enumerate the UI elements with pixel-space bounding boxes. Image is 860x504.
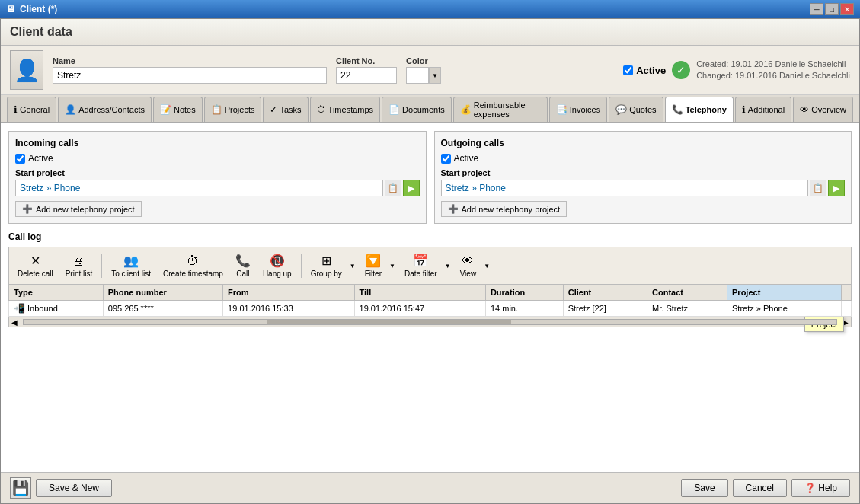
timestamp-icon: ⏱ <box>187 254 199 268</box>
tab-timestamps[interactable]: ⏱ Timestamps <box>310 97 381 122</box>
outgoing-project-go-btn[interactable]: ▶ <box>828 180 845 196</box>
create-timestamp-button[interactable]: ⏱ Create timestamp <box>158 251 229 281</box>
tab-reimbursable[interactable]: 💰 Reimbursable expenses <box>453 97 548 122</box>
col-header-phone: Phone number <box>103 285 222 301</box>
incoming-add-project-button[interactable]: ➕ Add new telephony project <box>15 201 142 217</box>
client-info-bar: 👤 Name Client No. Color ▼ Active ✓ Creat <box>1 46 859 95</box>
tab-documents[interactable]: 📄 Documents <box>382 97 452 122</box>
save-button[interactable]: Save <box>681 479 727 497</box>
clientno-label: Client No. <box>336 56 397 65</box>
group-by-button[interactable]: ⊞ Group by <box>305 250 347 281</box>
window-controls: ─ □ ✕ <box>810 3 854 15</box>
additional-tab-icon: ℹ <box>742 104 746 115</box>
color-box[interactable] <box>406 67 429 84</box>
hang-up-button[interactable]: 📵 Hang up <box>257 250 297 281</box>
documents-tab-icon: 📄 <box>388 104 400 115</box>
view-control: 👁 View ▼ <box>455 251 492 281</box>
general-tab-icon: ℹ <box>14 104 18 115</box>
help-icon: ❓ <box>804 483 816 493</box>
incoming-active-checkbox[interactable] <box>15 154 25 164</box>
outgoing-active-checkbox[interactable] <box>441 154 451 164</box>
incoming-project-go-btn[interactable]: ▶ <box>403 180 420 196</box>
cell-contact: Mr. Stretz <box>647 301 727 317</box>
incoming-project-input[interactable] <box>15 180 383 196</box>
tab-invoices[interactable]: 📑 Invoices <box>549 97 607 122</box>
color-dropdown[interactable]: ▼ <box>429 67 441 84</box>
cell-type: 📲 Inbound <box>9 301 104 317</box>
tab-additional[interactable]: ℹ Additional <box>735 97 791 122</box>
col-header-client: Client <box>563 285 647 301</box>
print-list-button[interactable]: 🖨 Print list <box>60 251 98 281</box>
client-list-icon: 👥 <box>123 254 139 268</box>
save-new-button[interactable]: Save & New <box>36 479 112 497</box>
outgoing-project-input[interactable] <box>441 180 809 196</box>
horizontal-scrollbar[interactable]: ◀ ▶ <box>8 317 852 327</box>
tab-telephony[interactable]: 📞 Telephony <box>665 97 734 122</box>
tab-address[interactable]: 👤 Address/Contacts <box>58 97 152 122</box>
group-by-control: ⊞ Group by ▼ <box>305 250 358 281</box>
name-input[interactable] <box>53 67 327 84</box>
date-filter-control: 📅 Date filter ▼ <box>399 250 453 281</box>
address-tab-icon: 👤 <box>65 104 76 115</box>
minimize-button[interactable]: ─ <box>810 3 823 15</box>
tab-notes[interactable]: 📝 Notes <box>153 97 203 122</box>
color-label: Color <box>406 56 441 65</box>
call-log-toolbar: ✕ Delete call 🖨 Print list 👥 To client l… <box>8 247 852 284</box>
filter-icon: 🔽 <box>366 254 381 268</box>
filter-button[interactable]: 🔽 Filter <box>360 250 387 281</box>
scrollbar-thumb[interactable] <box>267 320 511 324</box>
groupby-icon: ⊞ <box>321 254 331 268</box>
save-icon-button[interactable]: 💾 <box>10 477 31 499</box>
tab-overview[interactable]: 👁 Overview <box>793 97 853 122</box>
created-text: Created: 19.01.2016 Danielle Schaelchli <box>696 59 850 70</box>
date-filter-dropdown-arrow[interactable]: ▼ <box>443 260 453 273</box>
cancel-button[interactable]: Cancel <box>733 479 787 497</box>
incoming-project-browse-btn[interactable]: 📋 <box>385 180 401 196</box>
filter-dropdown-arrow[interactable]: ▼ <box>387 260 398 273</box>
active-label[interactable]: Active <box>623 65 666 76</box>
avatar: 👤 <box>10 50 43 90</box>
color-field-group: Color ▼ <box>406 56 441 84</box>
to-client-list-button[interactable]: 👥 To client list <box>106 250 156 281</box>
tab-quotes[interactable]: 💬 Quotes <box>609 97 663 122</box>
call-log-table: Type Phone number From Till Duration Cli… <box>8 284 852 317</box>
table-row[interactable]: 📲 Inbound 095 265 **** 19.01.2016 15:33 … <box>9 301 852 317</box>
call-button[interactable]: 📞 Call <box>230 250 256 281</box>
scroll-left-btn[interactable]: ◀ <box>9 318 20 327</box>
add-icon: ➕ <box>448 204 459 214</box>
view-button[interactable]: 👁 View <box>455 251 482 281</box>
close-button[interactable]: ✕ <box>840 3 854 15</box>
group-by-dropdown-arrow[interactable]: ▼ <box>347 260 358 273</box>
scrollbar-track[interactable] <box>23 319 837 325</box>
inbound-icon: 📲 <box>14 303 25 314</box>
call-icon: 📞 <box>235 254 251 268</box>
outgoing-calls-panel: Outgoing calls Active Start project 📋 ▶ … <box>434 131 852 224</box>
tab-general[interactable]: ℹ General <box>7 97 56 122</box>
outgoing-project-label: Start project <box>441 168 846 177</box>
outgoing-add-project-button[interactable]: ➕ Add new telephony project <box>441 201 567 217</box>
delete-call-button[interactable]: ✕ Delete call <box>12 250 59 281</box>
projects-tab-icon: 📋 <box>211 104 222 115</box>
incoming-calls-panel: Incoming calls Active Start project 📋 ▶ … <box>8 131 427 224</box>
tab-projects[interactable]: 📋 Projects <box>204 97 262 122</box>
tab-tasks[interactable]: ✓ Tasks <box>263 97 308 122</box>
help-button[interactable]: ❓ Help <box>791 479 850 497</box>
cell-from: 19.01.2016 15:33 <box>223 301 354 317</box>
outgoing-project-browse-btn[interactable]: 📋 <box>810 180 826 196</box>
table-header-row: Type Phone number From Till Duration Cli… <box>9 285 852 301</box>
date-filter-button[interactable]: 📅 Date filter <box>399 250 443 281</box>
outgoing-active-label: Active <box>454 153 479 164</box>
quotes-tab-icon: 💬 <box>615 104 627 115</box>
cell-duration: 14 min. <box>485 301 563 317</box>
call-log-section: Call log ✕ Delete call 🖨 Print list 👥 To… <box>8 231 852 327</box>
view-dropdown-arrow[interactable]: ▼ <box>481 260 492 273</box>
datefilter-icon: 📅 <box>413 254 428 268</box>
maximize-button[interactable]: □ <box>825 3 839 15</box>
cell-project: Stretz » Phone <box>727 301 842 317</box>
page-title: Client data <box>10 25 72 38</box>
col-header-till: Till <box>354 285 485 301</box>
clientno-input[interactable] <box>336 67 397 84</box>
print-icon: 🖨 <box>72 254 85 268</box>
active-checkbox[interactable] <box>623 65 633 75</box>
hangup-icon: 📵 <box>270 254 285 268</box>
